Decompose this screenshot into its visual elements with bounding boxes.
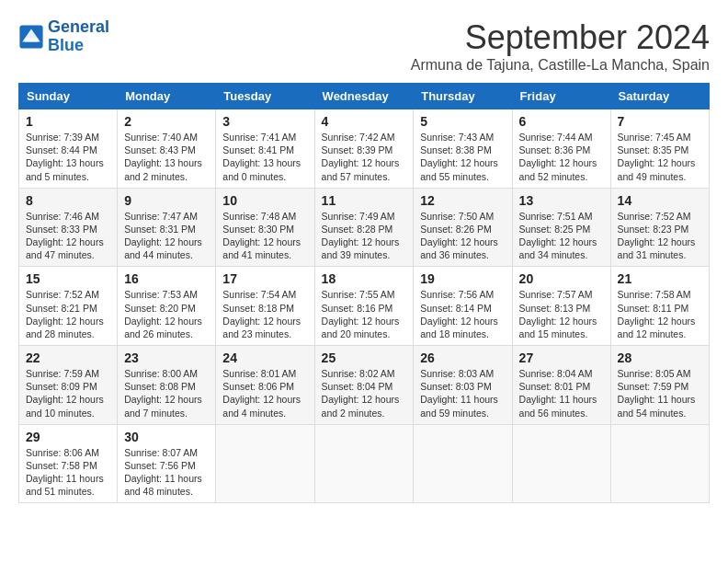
- page-header: General Blue September 2024 Armuna de Ta…: [18, 18, 710, 74]
- calendar-cell: 26Sunrise: 8:03 AMSunset: 8:03 PMDayligh…: [414, 346, 512, 425]
- day-number: 1: [26, 114, 110, 129]
- day-info: Sunrise: 7:53 AMSunset: 8:20 PMDaylight:…: [124, 288, 209, 340]
- day-number: 6: [519, 114, 604, 129]
- header-monday: Monday: [118, 84, 216, 109]
- day-number: 10: [222, 193, 307, 208]
- header-tuesday: Tuesday: [216, 84, 314, 109]
- day-number: 19: [420, 271, 505, 286]
- day-number: 25: [322, 350, 407, 365]
- calendar-cell: 30Sunrise: 8:07 AMSunset: 7:56 PMDayligh…: [118, 424, 216, 503]
- day-info: Sunrise: 7:54 AMSunset: 8:18 PMDaylight:…: [222, 288, 307, 340]
- calendar-cell: 5Sunrise: 7:43 AMSunset: 8:38 PMDaylight…: [414, 109, 512, 189]
- location-subtitle: Armuna de Tajuna, Castille-La Mancha, Sp…: [411, 57, 710, 74]
- day-info: Sunrise: 7:41 AMSunset: 8:41 PMDaylight:…: [222, 131, 307, 183]
- day-info: Sunrise: 8:03 AMSunset: 8:03 PMDaylight:…: [420, 367, 505, 419]
- header-friday: Friday: [512, 84, 610, 109]
- day-info: Sunrise: 7:55 AMSunset: 8:16 PMDaylight:…: [322, 288, 407, 340]
- day-info: Sunrise: 8:07 AMSunset: 7:56 PMDaylight:…: [124, 446, 209, 499]
- day-info: Sunrise: 7:52 AMSunset: 8:23 PMDaylight:…: [618, 210, 702, 262]
- day-info: Sunrise: 7:39 AMSunset: 8:44 PMDaylight:…: [26, 131, 110, 183]
- calendar-cell: 13Sunrise: 7:51 AMSunset: 8:25 PMDayligh…: [512, 188, 610, 267]
- day-number: 5: [420, 114, 505, 129]
- day-number: 14: [618, 193, 702, 208]
- day-number: 9: [124, 193, 209, 208]
- day-info: Sunrise: 7:59 AMSunset: 8:09 PMDaylight:…: [26, 367, 110, 419]
- calendar-cell: 20Sunrise: 7:57 AMSunset: 8:13 PMDayligh…: [512, 267, 610, 346]
- day-info: Sunrise: 7:48 AMSunset: 8:30 PMDaylight:…: [222, 210, 307, 262]
- day-number: 22: [26, 350, 110, 365]
- day-number: 21: [618, 271, 702, 286]
- calendar-cell: 17Sunrise: 7:54 AMSunset: 8:18 PMDayligh…: [216, 267, 314, 346]
- day-info: Sunrise: 7:42 AMSunset: 8:39 PMDaylight:…: [322, 131, 407, 183]
- day-info: Sunrise: 7:45 AMSunset: 8:35 PMDaylight:…: [618, 131, 702, 183]
- day-info: Sunrise: 7:47 AMSunset: 8:31 PMDaylight:…: [124, 210, 209, 262]
- day-number: 24: [222, 350, 307, 365]
- day-number: 8: [26, 193, 110, 208]
- day-number: 20: [519, 271, 604, 286]
- day-number: 17: [222, 271, 307, 286]
- day-number: 13: [519, 193, 604, 208]
- day-number: 30: [124, 430, 209, 444]
- calendar-cell: 10Sunrise: 7:48 AMSunset: 8:30 PMDayligh…: [216, 188, 314, 267]
- week-row-2: 8Sunrise: 7:46 AMSunset: 8:33 PMDaylight…: [19, 188, 710, 267]
- day-info: Sunrise: 7:51 AMSunset: 8:25 PMDaylight:…: [519, 210, 604, 262]
- calendar-cell: 6Sunrise: 7:44 AMSunset: 8:36 PMDaylight…: [512, 109, 610, 189]
- calendar-cell: [610, 424, 709, 503]
- calendar-cell: 23Sunrise: 8:00 AMSunset: 8:08 PMDayligh…: [118, 346, 216, 425]
- day-info: Sunrise: 8:05 AMSunset: 7:59 PMDaylight:…: [618, 367, 702, 419]
- calendar-cell: 7Sunrise: 7:45 AMSunset: 8:35 PMDaylight…: [610, 109, 709, 189]
- day-number: 7: [618, 114, 702, 129]
- title-section: September 2024 Armuna de Tajuna, Castill…: [411, 18, 710, 74]
- day-number: 28: [618, 350, 702, 365]
- calendar-cell: 19Sunrise: 7:56 AMSunset: 8:14 PMDayligh…: [414, 267, 512, 346]
- day-info: Sunrise: 7:46 AMSunset: 8:33 PMDaylight:…: [26, 210, 110, 262]
- calendar-cell: 8Sunrise: 7:46 AMSunset: 8:33 PMDaylight…: [19, 188, 118, 267]
- day-number: 23: [124, 350, 209, 365]
- calendar-cell: 2Sunrise: 7:40 AMSunset: 8:43 PMDaylight…: [118, 109, 216, 189]
- logo-text: General Blue: [48, 18, 109, 55]
- day-info: Sunrise: 7:56 AMSunset: 8:14 PMDaylight:…: [420, 288, 505, 340]
- day-info: Sunrise: 7:50 AMSunset: 8:26 PMDaylight:…: [420, 210, 505, 262]
- day-info: Sunrise: 7:43 AMSunset: 8:38 PMDaylight:…: [420, 131, 505, 183]
- svg-rect-2: [25, 38, 38, 41]
- day-number: 26: [420, 350, 505, 365]
- day-number: 2: [124, 114, 209, 129]
- day-info: Sunrise: 7:52 AMSunset: 8:21 PMDaylight:…: [26, 288, 110, 340]
- day-number: 29: [26, 430, 110, 444]
- day-number: 4: [322, 114, 407, 129]
- day-number: 15: [26, 271, 110, 286]
- calendar-cell: 28Sunrise: 8:05 AMSunset: 7:59 PMDayligh…: [610, 346, 709, 425]
- calendar-cell: 4Sunrise: 7:42 AMSunset: 8:39 PMDaylight…: [314, 109, 414, 189]
- calendar-cell: [512, 424, 610, 503]
- calendar-cell: [414, 424, 512, 503]
- header-thursday: Thursday: [414, 84, 512, 109]
- calendar-cell: 21Sunrise: 7:58 AMSunset: 8:11 PMDayligh…: [610, 267, 709, 346]
- calendar-cell: 25Sunrise: 8:02 AMSunset: 8:04 PMDayligh…: [314, 346, 414, 425]
- calendar-cell: 11Sunrise: 7:49 AMSunset: 8:28 PMDayligh…: [314, 188, 414, 267]
- calendar-cell: 12Sunrise: 7:50 AMSunset: 8:26 PMDayligh…: [414, 188, 512, 267]
- day-info: Sunrise: 8:00 AMSunset: 8:08 PMDaylight:…: [124, 367, 209, 419]
- week-row-4: 22Sunrise: 7:59 AMSunset: 8:09 PMDayligh…: [19, 346, 710, 425]
- calendar-cell: 29Sunrise: 8:06 AMSunset: 7:58 PMDayligh…: [19, 424, 118, 503]
- week-row-1: 1Sunrise: 7:39 AMSunset: 8:44 PMDaylight…: [19, 109, 710, 189]
- calendar-cell: [216, 424, 314, 503]
- calendar-cell: 3Sunrise: 7:41 AMSunset: 8:41 PMDaylight…: [216, 109, 314, 189]
- calendar-cell: 18Sunrise: 7:55 AMSunset: 8:16 PMDayligh…: [314, 267, 414, 346]
- day-number: 12: [420, 193, 505, 208]
- calendar-cell: 24Sunrise: 8:01 AMSunset: 8:06 PMDayligh…: [216, 346, 314, 425]
- logo-icon: [18, 24, 44, 50]
- calendar-cell: 15Sunrise: 7:52 AMSunset: 8:21 PMDayligh…: [19, 267, 118, 346]
- day-info: Sunrise: 8:01 AMSunset: 8:06 PMDaylight:…: [222, 367, 307, 419]
- day-info: Sunrise: 7:40 AMSunset: 8:43 PMDaylight:…: [124, 131, 209, 183]
- calendar-header-row: SundayMondayTuesdayWednesdayThursdayFrid…: [19, 84, 710, 109]
- day-info: Sunrise: 7:57 AMSunset: 8:13 PMDaylight:…: [519, 288, 604, 340]
- day-info: Sunrise: 7:58 AMSunset: 8:11 PMDaylight:…: [618, 288, 702, 340]
- calendar-table: SundayMondayTuesdayWednesdayThursdayFrid…: [18, 83, 710, 503]
- day-number: 11: [322, 193, 407, 208]
- day-number: 27: [519, 350, 604, 365]
- header-saturday: Saturday: [610, 84, 709, 109]
- day-number: 3: [222, 114, 307, 129]
- day-info: Sunrise: 7:44 AMSunset: 8:36 PMDaylight:…: [519, 131, 604, 183]
- calendar-cell: 27Sunrise: 8:04 AMSunset: 8:01 PMDayligh…: [512, 346, 610, 425]
- logo: General Blue: [18, 18, 109, 55]
